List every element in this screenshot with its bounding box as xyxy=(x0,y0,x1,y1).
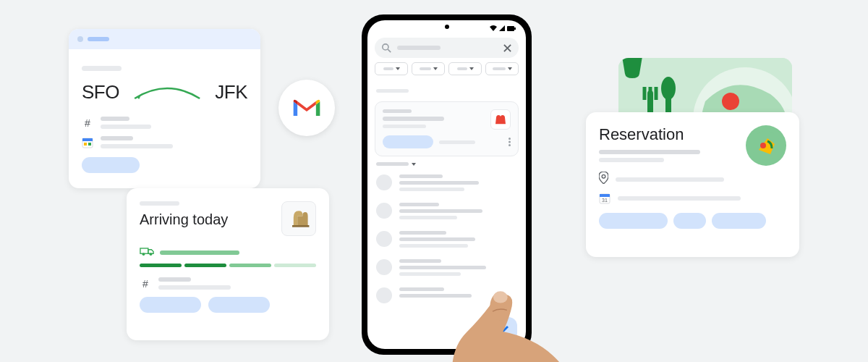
email-list-item[interactable] xyxy=(367,225,526,253)
email-list-item[interactable] xyxy=(367,253,526,282)
overflow-menu-icon[interactable] xyxy=(509,138,511,146)
svg-rect-3 xyxy=(88,143,91,146)
avatar xyxy=(376,203,392,219)
avatar xyxy=(376,287,392,303)
svg-point-7 xyxy=(150,253,153,256)
svg-point-21 xyxy=(722,93,739,110)
reservation-action-button-3[interactable] xyxy=(712,213,766,229)
filter-chip[interactable] xyxy=(485,62,519,75)
flight-action-button[interactable] xyxy=(82,157,140,173)
card-action-button[interactable] xyxy=(383,135,433,148)
search-icon xyxy=(382,43,391,53)
signal-icon xyxy=(499,25,505,31)
svg-rect-8 xyxy=(507,26,514,31)
flight-summary-card: SFO JFK # xyxy=(69,29,260,188)
arriving-title: Arriving today xyxy=(140,211,228,228)
svg-point-14 xyxy=(509,138,511,140)
email-list-item[interactable] xyxy=(367,197,526,225)
product-thumbnail xyxy=(490,109,511,130)
search-bar[interactable] xyxy=(375,38,519,58)
hash-icon: # xyxy=(140,278,151,290)
svg-rect-30 xyxy=(600,194,610,197)
chevron-down-icon xyxy=(469,67,474,70)
chevron-down-icon xyxy=(508,67,512,70)
hash-icon: # xyxy=(82,117,93,129)
svg-point-27 xyxy=(760,143,766,148)
svg-line-11 xyxy=(388,49,391,52)
svg-point-15 xyxy=(509,141,511,143)
phone-screen xyxy=(367,20,526,349)
battery-icon xyxy=(507,26,516,31)
email-list-item[interactable] xyxy=(367,282,526,309)
delivery-progress-bar xyxy=(140,264,316,267)
filter-chip[interactable] xyxy=(448,62,482,75)
email-list-item[interactable] xyxy=(367,169,526,197)
location-pin-icon xyxy=(599,172,608,187)
package-tracking-card: Arriving today # xyxy=(127,188,329,340)
calendar-icon: 31 xyxy=(599,193,610,204)
svg-rect-9 xyxy=(514,28,516,30)
top-result-card[interactable] xyxy=(375,101,519,156)
reservation-title: Reservation xyxy=(599,125,739,144)
restaurant-thumbnail xyxy=(746,125,786,166)
package-action-button-2[interactable] xyxy=(208,297,270,313)
calendar-icon xyxy=(82,137,93,148)
compose-button[interactable] xyxy=(493,317,517,342)
chevron-down-icon xyxy=(396,67,400,70)
product-thumbnail xyxy=(281,201,316,236)
reservation-action-button[interactable] xyxy=(599,213,668,229)
reservation-card: Reservation 31 xyxy=(586,112,799,257)
reservation-action-button-2[interactable] xyxy=(673,213,706,229)
flight-destination-code: JFK xyxy=(215,81,247,104)
close-icon[interactable] xyxy=(503,44,511,52)
pencil-icon xyxy=(499,324,511,335)
package-action-button[interactable] xyxy=(140,297,201,313)
filter-chip[interactable] xyxy=(375,62,408,75)
avatar xyxy=(376,231,392,247)
svg-point-25 xyxy=(661,77,676,100)
wifi-icon xyxy=(490,25,497,31)
svg-rect-5 xyxy=(140,248,148,253)
avatar xyxy=(376,174,392,190)
chevron-down-icon[interactable] xyxy=(412,163,416,166)
svg-rect-1 xyxy=(82,138,93,141)
avatar xyxy=(376,259,392,275)
svg-point-6 xyxy=(142,253,145,256)
phone-frame xyxy=(362,14,532,355)
svg-text:31: 31 xyxy=(602,198,608,203)
filter-chip[interactable] xyxy=(412,62,445,75)
svg-rect-2 xyxy=(84,143,87,146)
card-tabbar xyxy=(69,29,260,49)
flight-arc-icon xyxy=(125,84,209,101)
svg-point-28 xyxy=(602,174,605,178)
svg-point-16 xyxy=(509,144,511,146)
chevron-down-icon xyxy=(433,67,438,70)
svg-point-10 xyxy=(383,43,388,49)
svg-rect-4 xyxy=(292,225,309,227)
truck-icon xyxy=(140,246,154,259)
gmail-logo xyxy=(278,80,335,136)
flight-origin-code: SFO xyxy=(82,81,119,104)
